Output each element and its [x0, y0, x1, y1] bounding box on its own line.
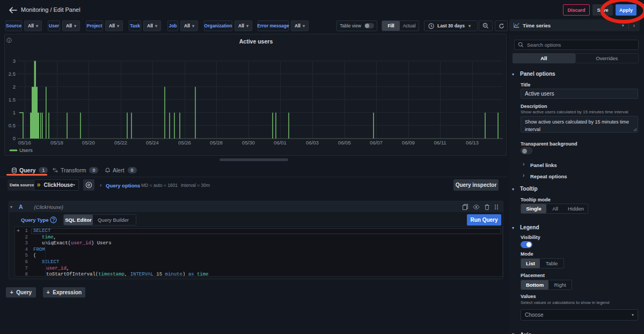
svg-text:3: 3	[13, 58, 16, 64]
svg-text:1.5: 1.5	[9, 97, 16, 103]
svg-text:Users: Users	[19, 147, 33, 153]
svg-text:06/13: 06/13	[466, 140, 479, 146]
svg-text:06/05: 06/05	[338, 140, 351, 146]
svg-text:06/09: 06/09	[402, 140, 415, 146]
svg-text:2.5: 2.5	[9, 71, 16, 77]
svg-text:05/24: 05/24	[146, 140, 159, 146]
svg-text:05/22: 05/22	[114, 140, 127, 146]
svg-text:06/07: 06/07	[370, 140, 383, 146]
svg-text:05/16: 05/16	[18, 140, 31, 146]
svg-text:0.5: 0.5	[9, 122, 16, 128]
svg-text:1: 1	[13, 110, 16, 115]
svg-text:05/28: 05/28	[210, 140, 223, 146]
svg-text:06/03: 06/03	[306, 140, 319, 146]
svg-text:05/20: 05/20	[82, 140, 95, 146]
svg-text:06/11: 06/11	[434, 140, 446, 146]
svg-text:05/26: 05/26	[178, 140, 191, 146]
svg-text:05/30: 05/30	[242, 140, 255, 146]
svg-text:2: 2	[13, 84, 16, 90]
svg-text:05/18: 05/18	[50, 140, 63, 146]
svg-text:0: 0	[13, 135, 16, 141]
svg-text:06/01: 06/01	[274, 140, 287, 146]
